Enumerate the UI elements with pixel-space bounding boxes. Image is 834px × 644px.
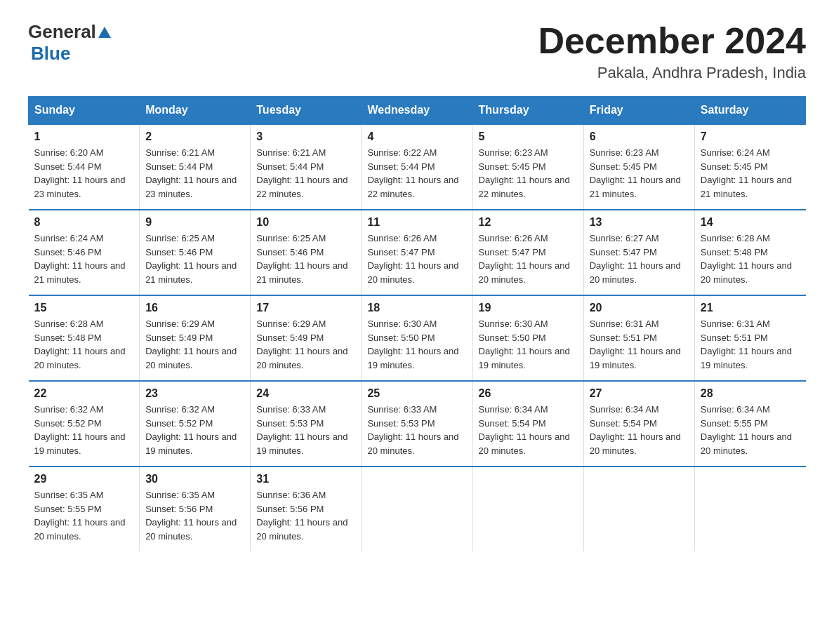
calendar-day-cell: 28 Sunrise: 6:34 AM Sunset: 5:55 PM Dayl…: [694, 381, 805, 467]
calendar-table: Sunday Monday Tuesday Wednesday Thursday…: [28, 96, 806, 551]
day-number: 25: [367, 387, 466, 400]
calendar-day-cell: 7 Sunrise: 6:24 AM Sunset: 5:45 PM Dayli…: [694, 124, 805, 210]
calendar-day-cell: 3 Sunrise: 6:21 AM Sunset: 5:44 PM Dayli…: [251, 124, 362, 210]
day-info: Sunrise: 6:24 AM Sunset: 5:45 PM Dayligh…: [701, 146, 800, 201]
calendar-week-row: 1 Sunrise: 6:20 AM Sunset: 5:44 PM Dayli…: [29, 124, 806, 210]
calendar-day-cell: [583, 467, 694, 551]
day-number: 19: [479, 302, 578, 314]
day-number: 3: [256, 130, 355, 143]
calendar-day-cell: 4 Sunrise: 6:22 AM Sunset: 5:44 PM Dayli…: [362, 124, 472, 210]
header-thursday: Thursday: [472, 97, 583, 125]
day-number: 11: [367, 216, 466, 229]
calendar-week-row: 29 Sunrise: 6:35 AM Sunset: 5:55 PM Dayl…: [29, 467, 806, 551]
day-info: Sunrise: 6:35 AM Sunset: 5:55 PM Dayligh…: [34, 488, 134, 543]
day-info: Sunrise: 6:25 AM Sunset: 5:46 PM Dayligh…: [145, 232, 244, 286]
day-number: 15: [34, 302, 134, 314]
day-number: 14: [701, 216, 800, 229]
calendar-title: December 2024: [538, 21, 806, 61]
calendar-body: 1 Sunrise: 6:20 AM Sunset: 5:44 PM Dayli…: [29, 124, 806, 551]
calendar-day-cell: [362, 467, 472, 551]
logo: General Blue: [28, 21, 111, 65]
day-info: Sunrise: 6:22 AM Sunset: 5:44 PM Dayligh…: [367, 146, 466, 201]
day-number: 16: [145, 302, 244, 314]
day-info: Sunrise: 6:26 AM Sunset: 5:47 PM Dayligh…: [367, 232, 466, 286]
day-info: Sunrise: 6:28 AM Sunset: 5:48 PM Dayligh…: [34, 317, 134, 372]
day-number: 12: [479, 216, 578, 229]
header-sunday: Sunday: [29, 97, 140, 125]
day-info: Sunrise: 6:32 AM Sunset: 5:52 PM Dayligh…: [34, 403, 134, 457]
day-number: 30: [145, 473, 244, 485]
day-info: Sunrise: 6:25 AM Sunset: 5:46 PM Dayligh…: [256, 232, 355, 286]
day-info: Sunrise: 6:21 AM Sunset: 5:44 PM Dayligh…: [256, 146, 355, 201]
calendar-day-cell: 20 Sunrise: 6:31 AM Sunset: 5:51 PM Dayl…: [583, 295, 694, 381]
day-number: 1: [34, 130, 134, 143]
day-info: Sunrise: 6:23 AM Sunset: 5:45 PM Dayligh…: [590, 146, 689, 201]
logo-blue-text: Blue: [31, 43, 70, 64]
calendar-day-cell: 27 Sunrise: 6:34 AM Sunset: 5:54 PM Dayl…: [583, 381, 694, 467]
calendar-day-cell: 19 Sunrise: 6:30 AM Sunset: 5:50 PM Dayl…: [472, 295, 583, 381]
day-info: Sunrise: 6:26 AM Sunset: 5:47 PM Dayligh…: [479, 232, 578, 286]
day-number: 13: [590, 216, 689, 229]
day-info: Sunrise: 6:31 AM Sunset: 5:51 PM Dayligh…: [590, 317, 689, 372]
calendar-day-cell: 13 Sunrise: 6:27 AM Sunset: 5:47 PM Dayl…: [583, 210, 694, 295]
calendar-day-cell: 23 Sunrise: 6:32 AM Sunset: 5:52 PM Dayl…: [140, 381, 251, 467]
day-number: 7: [701, 130, 800, 143]
day-info: Sunrise: 6:34 AM Sunset: 5:55 PM Dayligh…: [701, 403, 800, 457]
day-info: Sunrise: 6:30 AM Sunset: 5:50 PM Dayligh…: [479, 317, 578, 372]
calendar-day-cell: 22 Sunrise: 6:32 AM Sunset: 5:52 PM Dayl…: [29, 381, 140, 467]
day-info: Sunrise: 6:35 AM Sunset: 5:56 PM Dayligh…: [145, 488, 244, 543]
calendar-day-cell: 14 Sunrise: 6:28 AM Sunset: 5:48 PM Dayl…: [694, 210, 805, 295]
calendar-day-cell: 17 Sunrise: 6:29 AM Sunset: 5:49 PM Dayl…: [251, 295, 362, 381]
day-number: 28: [701, 387, 800, 400]
page-header: General Blue December 2024 Pakala, Andhr…: [28, 21, 806, 82]
day-info: Sunrise: 6:28 AM Sunset: 5:48 PM Dayligh…: [701, 232, 800, 286]
calendar-day-cell: 9 Sunrise: 6:25 AM Sunset: 5:46 PM Dayli…: [140, 210, 251, 295]
day-number: 29: [34, 473, 134, 485]
day-info: Sunrise: 6:32 AM Sunset: 5:52 PM Dayligh…: [145, 403, 244, 457]
calendar-day-cell: 5 Sunrise: 6:23 AM Sunset: 5:45 PM Dayli…: [472, 124, 583, 210]
calendar-day-cell: 10 Sunrise: 6:25 AM Sunset: 5:46 PM Dayl…: [251, 210, 362, 295]
day-info: Sunrise: 6:36 AM Sunset: 5:56 PM Dayligh…: [256, 488, 355, 543]
day-number: 17: [256, 302, 355, 314]
calendar-day-cell: 30 Sunrise: 6:35 AM Sunset: 5:56 PM Dayl…: [140, 467, 251, 551]
header-friday: Friday: [583, 97, 694, 125]
calendar-location: Pakala, Andhra Pradesh, India: [538, 64, 806, 82]
day-number: 22: [34, 387, 134, 400]
calendar-day-cell: 8 Sunrise: 6:24 AM Sunset: 5:46 PM Dayli…: [29, 210, 140, 295]
day-number: 18: [367, 302, 466, 314]
day-number: 8: [34, 216, 134, 229]
calendar-day-cell: [472, 467, 583, 551]
header-wednesday: Wednesday: [362, 97, 472, 125]
day-info: Sunrise: 6:27 AM Sunset: 5:47 PM Dayligh…: [590, 232, 689, 286]
calendar-day-cell: 24 Sunrise: 6:33 AM Sunset: 5:53 PM Dayl…: [251, 381, 362, 467]
calendar-day-cell: 6 Sunrise: 6:23 AM Sunset: 5:45 PM Dayli…: [583, 124, 694, 210]
day-info: Sunrise: 6:30 AM Sunset: 5:50 PM Dayligh…: [367, 317, 466, 372]
calendar-day-cell: 15 Sunrise: 6:28 AM Sunset: 5:48 PM Dayl…: [29, 295, 140, 381]
day-number: 4: [367, 130, 466, 143]
day-number: 27: [590, 387, 689, 400]
day-number: 26: [479, 387, 578, 400]
calendar-day-cell: [694, 467, 805, 551]
day-number: 9: [145, 216, 244, 229]
day-info: Sunrise: 6:33 AM Sunset: 5:53 PM Dayligh…: [256, 403, 355, 457]
calendar-day-cell: 16 Sunrise: 6:29 AM Sunset: 5:49 PM Dayl…: [140, 295, 251, 381]
day-number: 5: [479, 130, 578, 143]
calendar-day-cell: 26 Sunrise: 6:34 AM Sunset: 5:54 PM Dayl…: [472, 381, 583, 467]
calendar-day-cell: 12 Sunrise: 6:26 AM Sunset: 5:47 PM Dayl…: [472, 210, 583, 295]
header-monday: Monday: [140, 97, 251, 125]
calendar-day-cell: 18 Sunrise: 6:30 AM Sunset: 5:50 PM Dayl…: [362, 295, 472, 381]
calendar-week-row: 8 Sunrise: 6:24 AM Sunset: 5:46 PM Dayli…: [29, 210, 806, 295]
calendar-header-row: Sunday Monday Tuesday Wednesday Thursday…: [29, 97, 806, 125]
header-tuesday: Tuesday: [251, 97, 362, 125]
day-number: 10: [256, 216, 355, 229]
calendar-day-cell: 1 Sunrise: 6:20 AM Sunset: 5:44 PM Dayli…: [29, 124, 140, 210]
day-info: Sunrise: 6:29 AM Sunset: 5:49 PM Dayligh…: [256, 317, 355, 372]
calendar-day-cell: 29 Sunrise: 6:35 AM Sunset: 5:55 PM Dayl…: [29, 467, 140, 551]
calendar-day-cell: 2 Sunrise: 6:21 AM Sunset: 5:44 PM Dayli…: [140, 124, 251, 210]
day-info: Sunrise: 6:29 AM Sunset: 5:49 PM Dayligh…: [145, 317, 244, 372]
calendar-week-row: 22 Sunrise: 6:32 AM Sunset: 5:52 PM Dayl…: [29, 381, 806, 467]
day-number: 2: [145, 130, 244, 143]
day-number: 20: [590, 302, 689, 314]
day-number: 21: [701, 302, 800, 314]
day-number: 6: [590, 130, 689, 143]
